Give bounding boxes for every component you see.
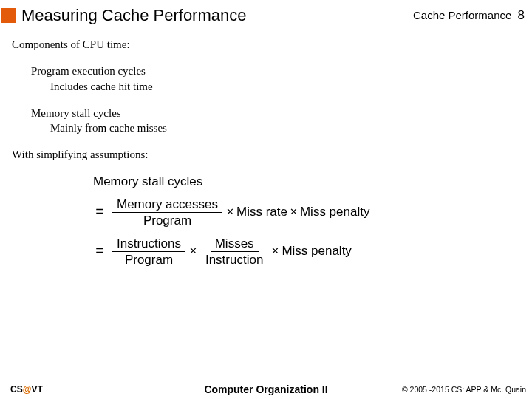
accent-square-icon — [1, 8, 16, 23]
equals-sign-icon: = — [93, 242, 106, 259]
footer-center: Computer Organization II — [204, 383, 327, 395]
equation-line-3: = Instructions Program ✕ Misses Instruct… — [93, 235, 520, 267]
slide-header: Measuring Cache Performance Cache Perfor… — [0, 0, 532, 30]
frac-numerator: Misses — [211, 235, 259, 252]
fraction-mem-accesses: Memory accesses Program — [112, 196, 222, 228]
frac-numerator: Memory accesses — [112, 196, 222, 213]
frac-numerator: Instructions — [112, 235, 185, 252]
equation-block: Memory stall cycles = Memory accesses Pr… — [93, 174, 520, 267]
slide-content: Components of CPU time: Program executio… — [0, 30, 532, 267]
memory-stall-cycles: Memory stall cycles — [31, 106, 520, 120]
section-label: Cache Performance 8 — [413, 8, 525, 23]
miss-rate-term: Miss rate — [236, 205, 287, 219]
equation-lhs-line: Memory stall cycles — [93, 174, 520, 189]
at-icon: @ — [23, 384, 32, 395]
equals-sign-icon: = — [93, 203, 106, 220]
frac-denominator: Instruction — [201, 252, 267, 267]
components-heading: Components of CPU time: — [12, 37, 520, 52]
page-number: 8 — [518, 8, 525, 22]
footer-copyright: © 2005 -2015 CS: APP & Mc. Quain — [402, 385, 526, 394]
times-icon: ✕ — [271, 246, 279, 257]
cache-hit-time: Includes cache hit time — [50, 79, 520, 94]
times-icon: ✕ — [226, 207, 234, 218]
fraction-misses: Misses Instruction — [201, 235, 267, 267]
slide-title: Measuring Cache Performance — [21, 6, 413, 25]
footer-cs: CS — [10, 384, 23, 395]
frac-denominator: Program — [120, 252, 177, 267]
section-name: Cache Performance — [413, 9, 511, 21]
miss-penalty-term: Miss penalty — [282, 244, 351, 259]
footer-vt: VT — [31, 384, 42, 395]
times-icon: ✕ — [189, 246, 197, 257]
cache-misses-note: Mainly from cache misses — [50, 120, 520, 135]
frac-denominator: Program — [139, 213, 196, 228]
eq-lhs: Memory stall cycles — [93, 174, 202, 189]
fraction-instructions: Instructions Program — [112, 235, 185, 267]
program-exec-cycles: Program execution cycles — [31, 64, 520, 78]
equation-line-2: = Memory accesses Program ✕ Miss rate ✕ … — [93, 196, 520, 228]
miss-penalty-term: Miss penalty — [300, 205, 369, 219]
footer-left: CS@VT — [10, 384, 43, 395]
times-icon: ✕ — [290, 207, 298, 218]
slide-footer: CS@VT Computer Organization II © 2005 -2… — [0, 384, 532, 395]
assumptions-heading: With simplifying assumptions: — [12, 147, 520, 162]
